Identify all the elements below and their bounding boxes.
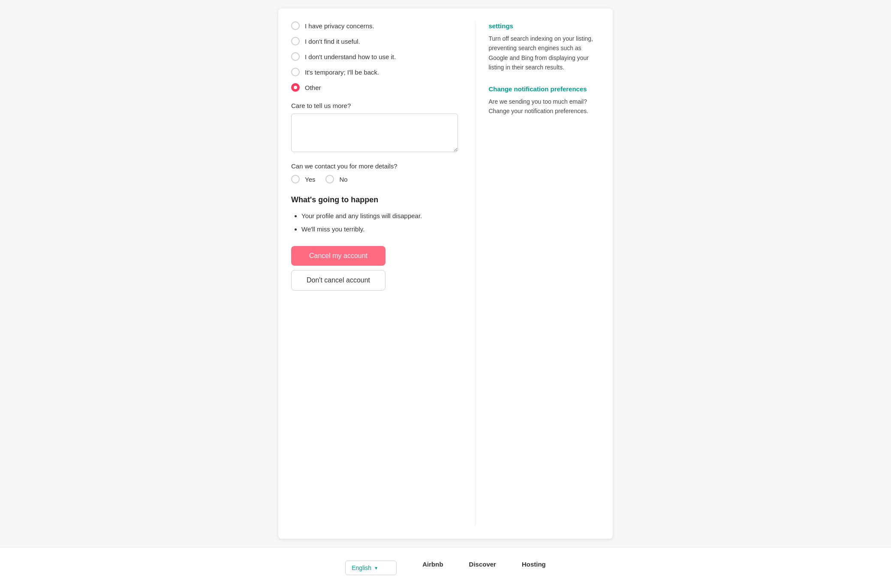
- radio-circle-temporary[interactable]: [291, 68, 300, 76]
- contact-radio-group: Yes No: [291, 175, 458, 183]
- radio-circle-other[interactable]: [291, 83, 300, 92]
- cancel-account-button[interactable]: Cancel my account: [291, 246, 385, 266]
- radio-label-privacy: I have privacy concerns.: [305, 22, 374, 30]
- sidebar-section-settings: settings Turn off search indexing on you…: [488, 21, 600, 72]
- footer: English ▼ Airbnb Discover Hosting: [0, 547, 891, 588]
- footer-section-airbnb: Airbnb: [422, 561, 443, 575]
- radio-item-other[interactable]: Other: [291, 83, 458, 92]
- radio-item-temporary[interactable]: It's temporary; I'll be back.: [291, 68, 458, 76]
- radio-circle-privacy[interactable]: [291, 21, 300, 30]
- language-label: English: [352, 564, 371, 571]
- sidebar-settings-title: settings: [488, 21, 600, 30]
- sidebar-settings-text: Turn off search indexing on your listing…: [488, 34, 600, 72]
- radio-group: I have privacy concerns. I don't find it…: [291, 21, 458, 92]
- footer-airbnb-title: Airbnb: [422, 561, 443, 568]
- radio-label-other: Other: [305, 84, 321, 91]
- radio-label-not-useful: I don't find it useful.: [305, 38, 360, 45]
- tell-us-more-textarea[interactable]: [291, 114, 458, 152]
- left-column: I have privacy concerns. I don't find it…: [291, 21, 458, 526]
- bullet-item-1: Your profile and any listings will disap…: [301, 211, 458, 221]
- language-selector[interactable]: English ▼: [345, 561, 397, 575]
- right-column: settings Turn off search indexing on you…: [475, 21, 600, 526]
- footer-section-hosting: Hosting: [522, 561, 546, 575]
- radio-circle-not-useful[interactable]: [291, 37, 300, 45]
- footer-hosting-title: Hosting: [522, 561, 546, 568]
- radio-item-dont-understand[interactable]: I don't understand how to use it.: [291, 52, 458, 61]
- notifications-link[interactable]: Change notification preferences: [488, 85, 587, 93]
- footer-section-discover: Discover: [469, 561, 496, 575]
- radio-label-no: No: [339, 176, 347, 183]
- contact-question-label: Can we contact you for more details?: [291, 162, 458, 170]
- footer-inner: English ▼ Airbnb Discover Hosting: [17, 561, 874, 575]
- sidebar-section-notifications: Change notification preferences Are we s…: [488, 84, 600, 116]
- footer-discover-title: Discover: [469, 561, 496, 568]
- radio-circle-dont-understand[interactable]: [291, 52, 300, 61]
- language-selector-wrapper: English ▼: [345, 561, 397, 575]
- chevron-down-icon: ▼: [374, 566, 378, 570]
- radio-item-no[interactable]: No: [325, 175, 347, 183]
- settings-link[interactable]: settings: [488, 22, 513, 30]
- radio-label-dont-understand: I don't understand how to use it.: [305, 53, 396, 60]
- sidebar-notifications-title: Change notification preferences: [488, 84, 600, 93]
- radio-item-privacy[interactable]: I have privacy concerns.: [291, 21, 458, 30]
- radio-circle-no[interactable]: [325, 175, 334, 183]
- sidebar-notifications-text: Are we sending you too much email? Chang…: [488, 97, 600, 116]
- dont-cancel-button[interactable]: Don't cancel account: [291, 270, 385, 291]
- radio-item-not-useful[interactable]: I don't find it useful.: [291, 37, 458, 45]
- radio-item-yes[interactable]: Yes: [291, 175, 315, 183]
- page-wrapper: I have privacy concerns. I don't find it…: [0, 0, 891, 588]
- content-card: I have privacy concerns. I don't find it…: [278, 9, 613, 539]
- bullet-item-2: We'll miss you terribly.: [301, 225, 458, 234]
- whats-happening-title: What's going to happen: [291, 195, 458, 204]
- main-content: I have privacy concerns. I don't find it…: [0, 0, 891, 547]
- radio-circle-yes[interactable]: [291, 175, 300, 183]
- radio-label-temporary: It's temporary; I'll be back.: [305, 69, 379, 76]
- tell-us-more-label: Care to tell us more?: [291, 102, 458, 109]
- radio-label-yes: Yes: [305, 176, 315, 183]
- bullet-list: Your profile and any listings will disap…: [291, 211, 458, 234]
